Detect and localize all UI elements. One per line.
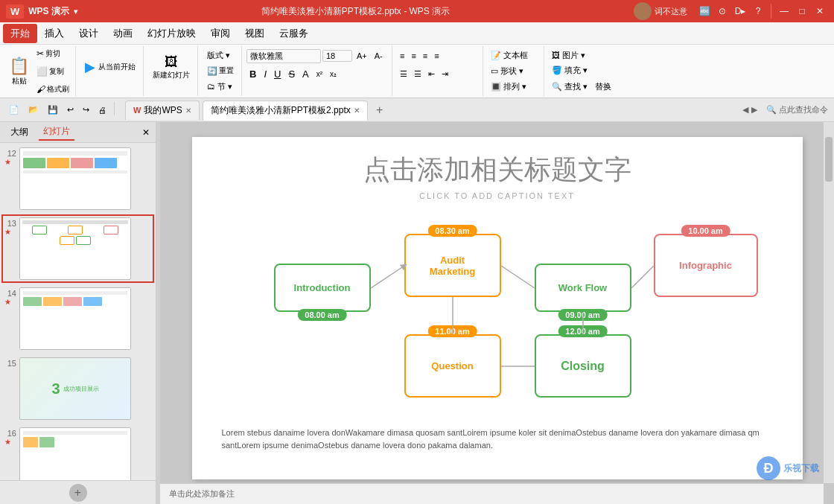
- menu-item-view[interactable]: 视图: [238, 24, 272, 43]
- strikethrough-button[interactable]: S: [285, 66, 298, 82]
- maximize-button[interactable]: □: [794, 3, 810, 19]
- tab-file-label: 简约唯美淡雅小清新PPT模板2.pptx: [211, 104, 351, 117]
- layout-button[interactable]: 版式 ▾: [204, 48, 233, 63]
- new-file-button[interactable]: 📄: [6, 102, 22, 118]
- username: 词不达意: [655, 6, 687, 17]
- titlebar-right: 词不达意 🔤 ⊙ D▸ ? — □ ✕: [634, 2, 828, 20]
- bullet-list-button[interactable]: ☰: [397, 66, 410, 82]
- titlebar: W WPS 演示 ▾ 简约唯美淡雅小清新PPT模板2.pptx - WPS 演示…: [0, 0, 834, 22]
- open-file-button[interactable]: 📂: [25, 102, 42, 118]
- slide-thumb-13[interactable]: 13 ★: [3, 216, 153, 281]
- font-increase-button[interactable]: A+: [354, 48, 370, 64]
- numbered-list-button[interactable]: ☰: [411, 66, 424, 82]
- menu-item-cloud[interactable]: 云服务: [272, 24, 316, 43]
- canvas-area: 点击添加相关标题文字 CLICK TO ADD CAPTION TEXT Int…: [160, 122, 834, 504]
- format-painter-button[interactable]: 🖌格式刷: [34, 81, 72, 98]
- sidebar-close-button[interactable]: ✕: [142, 127, 150, 138]
- svg-line-1: [501, 266, 535, 288]
- status-text[interactable]: 单击此处添加备注: [169, 488, 235, 500]
- paste-button[interactable]: 📋 粘贴: [6, 52, 32, 91]
- box-question[interactable]: 11.00 am Question: [404, 334, 501, 398]
- box-introduction[interactable]: Introduction 08.00 am: [274, 264, 371, 312]
- box-infographic[interactable]: 10.00 am Infographic: [654, 234, 758, 297]
- menu-item-design[interactable]: 设计: [71, 24, 106, 43]
- textbox-button[interactable]: 📝 文本框: [488, 48, 541, 63]
- toolbar-icon-4[interactable]: ?: [750, 3, 766, 19]
- menu-item-review[interactable]: 审阅: [203, 24, 238, 43]
- minimize-button[interactable]: —: [776, 3, 792, 19]
- shapes-button[interactable]: ▭ 形状 ▾: [488, 63, 541, 79]
- box-closing[interactable]: 12.00 am Closing: [535, 334, 631, 398]
- slide-thumb-12[interactable]: 12 ★: [3, 146, 153, 211]
- box-audit[interactable]: 08.30 am AuditMarketing: [404, 234, 501, 297]
- increase-indent-button[interactable]: ⇥: [439, 66, 451, 82]
- font-color-button[interactable]: A: [299, 66, 312, 82]
- copy-button[interactable]: ⬜复制: [34, 63, 72, 80]
- v-scrollbar-thumb[interactable]: [825, 137, 833, 182]
- close-button[interactable]: ✕: [812, 3, 828, 19]
- cut-button[interactable]: ✂剪切: [34, 45, 72, 62]
- align-center-button[interactable]: ≡: [408, 48, 418, 64]
- new-slide-button[interactable]: 🖼 新建幻灯片: [150, 48, 193, 86]
- menu-item-insert[interactable]: 插入: [37, 24, 71, 43]
- sidebar: 大纲 幻灯片 ✕ 12 ★: [0, 122, 156, 504]
- box-audit-label: AuditMarketing: [430, 255, 475, 277]
- replace-button[interactable]: 替换: [592, 78, 614, 95]
- section-button[interactable]: 🗂 节 ▾: [204, 80, 235, 95]
- slide-preview-16: [19, 427, 131, 480]
- titlebar-left: W WPS 演示 ▾: [6, 4, 77, 19]
- align-justify-button[interactable]: ≡: [431, 48, 442, 64]
- decrease-indent-button[interactable]: ⇤: [425, 66, 438, 82]
- sidebar-slides: 12 ★: [0, 143, 156, 480]
- toolbar-icon-1[interactable]: 🔤: [696, 3, 713, 19]
- slide-thumb-16[interactable]: 16 ★: [3, 426, 153, 480]
- underline-button[interactable]: U: [271, 66, 284, 82]
- insert-image-button[interactable]: 🖼 图片 ▾: [549, 48, 617, 63]
- tab-mywps-close[interactable]: ✕: [185, 106, 191, 115]
- nav-prev-icon[interactable]: ◀: [742, 105, 748, 115]
- menu-item-start[interactable]: 开始: [3, 24, 37, 43]
- fill-button[interactable]: 🪣 填充 ▾: [549, 63, 617, 79]
- find-button[interactable]: 🔍 查找 ▾: [549, 78, 591, 95]
- v-scrollbar[interactable]: [824, 122, 834, 483]
- nav-next-icon[interactable]: ▶: [751, 105, 757, 115]
- box-workflow[interactable]: Work Flow 09.00 am: [535, 264, 631, 312]
- italic-button[interactable]: I: [261, 66, 270, 82]
- add-slide-button[interactable]: +: [69, 484, 87, 502]
- bold-button[interactable]: B: [246, 66, 259, 82]
- slide-main-title[interactable]: 点击添加相关标题文字: [192, 152, 803, 188]
- arrange-button[interactable]: 🔳 排列 ▾: [488, 79, 541, 95]
- start-slideshow-button[interactable]: ▶ 从当前开始: [82, 48, 139, 86]
- status-bar: 单击此处添加备注: [160, 483, 824, 504]
- badge-introduction: 08.00 am: [297, 309, 346, 321]
- tab-file[interactable]: 简约唯美淡雅小清新PPT模板2.pptx ✕: [203, 101, 368, 121]
- box-infographic-label: Infographic: [679, 260, 732, 271]
- superscript-button[interactable]: x²: [313, 66, 325, 82]
- redo-button[interactable]: ↪: [80, 102, 92, 118]
- badge-question: 11.00 am: [427, 325, 477, 337]
- slide-subtitle[interactable]: CLICK TO ADD CAPTION TEXT: [192, 191, 803, 200]
- slide-thumb-14[interactable]: 14 ★: [3, 286, 153, 351]
- align-right-button[interactable]: ≡: [420, 48, 430, 64]
- subscript-button[interactable]: x₂: [327, 66, 340, 82]
- font-decrease-button[interactable]: A-: [372, 48, 386, 64]
- print-button[interactable]: 🖨: [95, 102, 109, 118]
- sidebar-tab-outline[interactable]: 大纲: [6, 124, 33, 140]
- slide-thumb-15[interactable]: 15 3 成功项目展示: [3, 356, 153, 421]
- box-workflow-label: Work Flow: [558, 282, 607, 293]
- align-left-button[interactable]: ≡: [397, 48, 407, 64]
- save-file-button[interactable]: 💾: [45, 102, 61, 118]
- watermark-text: 乐视下载: [783, 462, 819, 475]
- toolbar-icon-3[interactable]: D▸: [732, 3, 748, 19]
- file-title: 简约唯美淡雅小清新PPT模板2.pptx - WPS 演示: [261, 6, 450, 16]
- menu-item-animation[interactable]: 动画: [106, 24, 140, 43]
- tab-mywps[interactable]: W 我的WPS ✕: [125, 101, 200, 120]
- menu-item-slideshow[interactable]: 幻灯片放映: [140, 24, 203, 43]
- toolbar-icon-2[interactable]: ⊙: [714, 3, 730, 19]
- tab-file-close[interactable]: ✕: [354, 106, 360, 115]
- new-tab-button[interactable]: +: [371, 101, 389, 119]
- sidebar-tab-slides[interactable]: 幻灯片: [39, 124, 74, 141]
- slide-canvas[interactable]: 点击添加相关标题文字 CLICK TO ADD CAPTION TEXT Int…: [192, 137, 803, 479]
- undo-button[interactable]: ↩: [64, 102, 77, 118]
- reset-button[interactable]: 🔄重置: [204, 63, 237, 78]
